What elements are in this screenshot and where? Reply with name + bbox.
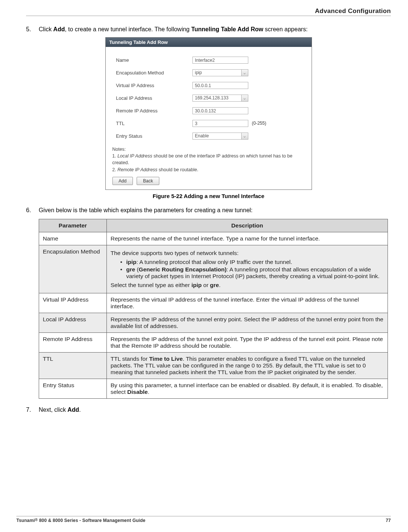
form-row: Entry StatusEnable⌵ (116, 130, 306, 142)
param-description: Represents the virtual IP address of the… (107, 293, 388, 313)
form-row: Virtual IP Address50.0.0.1 (116, 79, 306, 92)
table-row: Entry StatusBy using this parameter, a t… (39, 379, 388, 398)
field-label: Local IP Address (116, 95, 192, 101)
param-name: Entry Status (39, 379, 107, 398)
step-6-number: 6. (26, 206, 34, 214)
table-row: Remote IP AddressRepresents the IP addre… (39, 332, 388, 352)
param-description: Represents the name of the tunnel interf… (107, 232, 388, 245)
field-label: Virtual IP Address (116, 83, 192, 88)
param-header-parameter: Parameter (39, 219, 107, 232)
table-row: Encapsulation MethodThe device supports … (39, 245, 388, 293)
virtual-ip-address-input[interactable]: 50.0.0.1 (192, 82, 248, 89)
field-label: Remote IP Address (116, 108, 192, 114)
field-hint: (0-255) (252, 121, 267, 126)
note-item: 2. Remote IP Address should be routable. (112, 166, 306, 173)
field-label: Name (116, 57, 192, 63)
table-row: Virtual IP AddressRepresents the virtual… (39, 293, 388, 313)
param-description: TTL stands for Time to Live. This parame… (107, 352, 388, 379)
chevron-down-icon: ⌵ (241, 95, 248, 101)
param-name: Encapsulation Method (39, 245, 107, 293)
local-ip-address-select[interactable]: 169.254.128.133⌵ (192, 95, 248, 102)
note-item: 1. Local IP Address should be one of the… (112, 153, 306, 166)
remote-ip-address-input[interactable]: 30.0.0.132 (192, 107, 248, 114)
notes-heading: Notes: (112, 146, 306, 153)
encapsulation-method-select[interactable]: ipip⌵ (192, 69, 248, 76)
select-value: ipip (193, 70, 241, 76)
header-section: Advanced Configuration (26, 7, 391, 15)
dialog-notes: Notes: 1. Local IP Address should be one… (106, 145, 312, 175)
entry-status-select[interactable]: Enable⌵ (192, 133, 248, 140)
param-description: The device supports two types of network… (107, 245, 388, 293)
form-row: Local IP Address169.254.128.133⌵ (116, 92, 306, 104)
dialog-title: Tunneling Table Add Row (106, 38, 312, 47)
back-button[interactable]: Back (137, 177, 159, 185)
chevron-down-icon: ⌵ (241, 133, 248, 139)
param-name: Name (39, 232, 107, 245)
table-row: TTLTTL stands for Time to Live. This par… (39, 352, 388, 379)
form-row: Remote IP Address30.0.0.132 (116, 104, 306, 117)
step-7: 7. Next, click Add. (26, 405, 391, 414)
table-row: Local IP AddressRepresents the IP addres… (39, 313, 388, 332)
tunneling-add-dialog: Tunneling Table Add Row NameInterface2En… (105, 37, 312, 190)
footer-page-number: 77 (386, 518, 391, 523)
page-footer: Tsunami® 800 & 8000 Series - Software Ma… (16, 516, 391, 523)
field-label: Encapsulation Method (116, 70, 192, 76)
figure-caption: Figure 5-22 Adding a new Tunnel Interfac… (26, 193, 391, 199)
param-header-description: Description (107, 219, 388, 232)
name-input[interactable]: Interface2 (192, 57, 248, 64)
param-name: Remote IP Address (39, 332, 107, 352)
select-value: Enable (193, 133, 241, 139)
param-name: Virtual IP Address (39, 293, 107, 313)
ttl-input[interactable]: 3 (192, 120, 248, 127)
add-button[interactable]: Add (112, 177, 133, 185)
param-description: Represents the IP address of the tunnel … (107, 332, 388, 352)
param-name: Local IP Address (39, 313, 107, 332)
step-5-text: Click Add, to create a new tunnel interf… (39, 25, 391, 34)
select-value: 169.254.128.133 (193, 95, 241, 101)
step-5: 5. Click Add, to create a new tunnel int… (26, 25, 391, 34)
param-name: TTL (39, 352, 107, 379)
chevron-down-icon: ⌵ (241, 70, 248, 76)
footer-guide-name: Tsunami® 800 & 8000 Series - Software Ma… (16, 518, 146, 523)
dialog-body: NameInterface2Encapsulation Methodipip⌵V… (106, 47, 312, 145)
param-description: Represents the IP address of the tunnel … (107, 313, 388, 332)
step-5-number: 5. (26, 25, 34, 34)
step-6-text: Given below is the table which explains … (39, 206, 391, 214)
field-label: TTL (116, 121, 192, 126)
param-description: By using this parameter, a tunnel interf… (107, 379, 388, 398)
table-row: NameRepresents the name of the tunnel in… (39, 232, 388, 245)
header-rule (26, 16, 391, 16)
step-7-number: 7. (26, 405, 34, 414)
parameter-table: Parameter Description NameRepresents the… (39, 219, 388, 399)
step-7-text: Next, click Add. (39, 405, 391, 414)
field-label: Entry Status (116, 133, 192, 139)
form-row: Encapsulation Methodipip⌵ (116, 66, 306, 79)
form-row: TTL3(0-255) (116, 117, 306, 130)
step-6: 6. Given below is the table which explai… (26, 206, 391, 214)
form-row: NameInterface2 (116, 54, 306, 66)
